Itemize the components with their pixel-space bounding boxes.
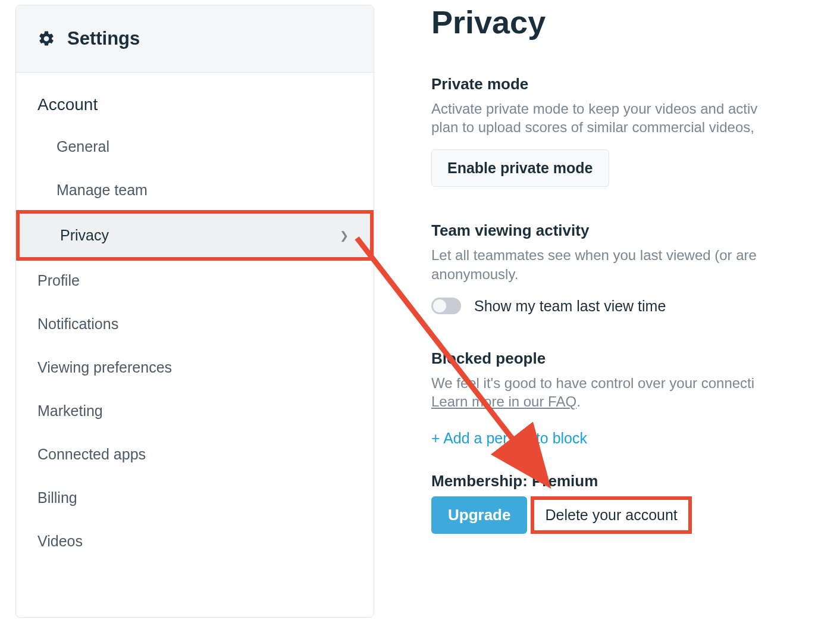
main-content: Privacy Private mode Activate private mo…: [374, 0, 840, 638]
toggle-label: Show my team last view time: [474, 298, 666, 315]
section-description: Activate private mode to keep your video…: [431, 99, 840, 136]
chevron-right-icon: ❯: [340, 229, 349, 242]
sidebar-item-label: Videos: [37, 533, 83, 550]
section-description: Let all teammates see when you last view…: [431, 246, 840, 283]
sidebar-item-label: Connected apps: [37, 446, 146, 463]
sidebar-item-label: Manage team: [57, 182, 148, 199]
upgrade-button[interactable]: Upgrade: [431, 496, 527, 534]
section-membership: Membership: Premium Upgrade Delete your …: [431, 472, 840, 534]
sidebar-item-billing[interactable]: Billing: [16, 476, 374, 520]
section-description: We feel it's good to have control over y…: [431, 374, 840, 411]
sidebar-item-privacy[interactable]: Privacy ❯: [20, 214, 370, 257]
show-team-view-time-toggle[interactable]: [431, 298, 461, 314]
annotation-highlight-privacy: Privacy ❯: [16, 210, 374, 261]
enable-private-mode-button[interactable]: Enable private mode: [431, 149, 609, 187]
sidebar-item-general[interactable]: General: [16, 125, 374, 168]
section-team-activity: Team viewing activity Let all teammates …: [431, 221, 840, 314]
sidebar-item-label: Marketing: [37, 402, 103, 420]
annotation-highlight-delete: Delete your account: [531, 496, 691, 534]
sidebar-item-videos[interactable]: Videos: [16, 520, 374, 563]
sidebar-item-marketing[interactable]: Marketing: [16, 389, 374, 433]
sidebar-section-account: Account: [16, 73, 374, 125]
page-title: Privacy: [431, 4, 840, 40]
toggle-row: Show my team last view time: [431, 298, 840, 315]
sidebar-header: Settings: [16, 5, 374, 73]
faq-link[interactable]: Learn more in our FAQ: [431, 393, 576, 409]
section-heading: Blocked people: [431, 349, 840, 368]
sidebar-item-label: Privacy: [60, 227, 109, 244]
section-heading: Private mode: [431, 75, 840, 93]
sidebar-item-connected-apps[interactable]: Connected apps: [16, 433, 374, 476]
sidebar-item-manage-team[interactable]: Manage team: [16, 168, 374, 212]
gear-icon: [37, 30, 55, 48]
add-person-to-block-link[interactable]: + Add a person to block: [431, 430, 587, 447]
sidebar-item-label: Notifications: [37, 315, 118, 333]
sidebar-item-viewing-preferences[interactable]: Viewing preferences: [16, 346, 374, 389]
section-heading: Team viewing activity: [431, 221, 840, 240]
sidebar-item-notifications[interactable]: Notifications: [16, 302, 374, 346]
section-blocked-people: Blocked people We feel it's good to have…: [431, 349, 840, 447]
section-private-mode: Private mode Activate private mode to ke…: [431, 75, 840, 187]
membership-heading: Membership: Premium: [431, 472, 840, 490]
sidebar-item-label: Viewing preferences: [37, 359, 172, 376]
settings-sidebar: Settings Account General Manage team Pri…: [15, 5, 374, 618]
sidebar-item-label: General: [57, 138, 109, 155]
sidebar-item-label: Billing: [37, 489, 77, 506]
sidebar-item-profile[interactable]: Profile: [16, 259, 374, 302]
sidebar-item-label: Profile: [37, 272, 80, 289]
membership-buttons: Upgrade Delete your account: [431, 496, 840, 534]
sidebar-title: Settings: [67, 28, 140, 49]
delete-account-link[interactable]: Delete your account: [545, 506, 677, 524]
